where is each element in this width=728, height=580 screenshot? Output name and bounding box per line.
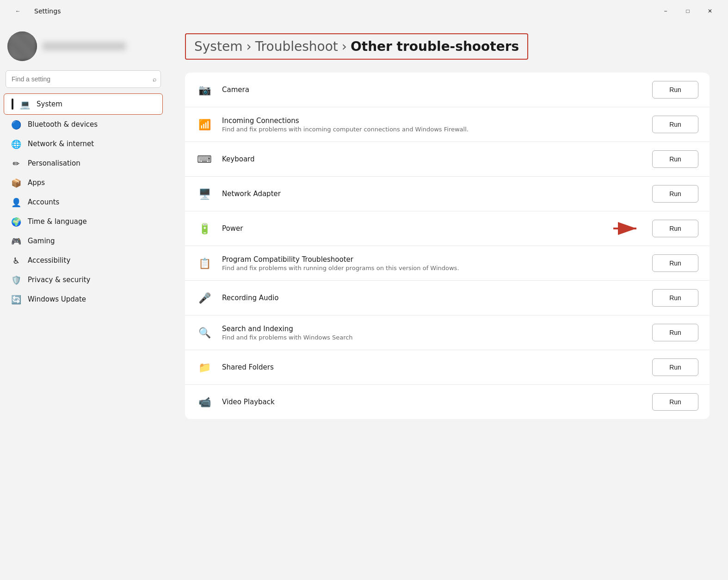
shared-folders-info: Shared Folders [222, 363, 643, 371]
sidebar-item-apps[interactable]: 📦Apps [4, 173, 163, 192]
network-adapter-run-area: Run [652, 185, 698, 203]
app-title: Settings [34, 7, 61, 15]
video-playback-icon: 📹 [196, 394, 213, 410]
sidebar-label-accessibility: Accessibility [28, 256, 70, 265]
search-box: ⌕ [6, 70, 161, 88]
power-icon: 🔋 [196, 220, 213, 237]
camera-icon: 📷 [196, 81, 213, 98]
sidebar-item-network[interactable]: 🌐Network & internet [4, 134, 163, 154]
sidebar-nav: 💻System🔵Bluetooth & devices🌐Network & in… [0, 93, 167, 309]
program-compat-run-button[interactable]: Run [652, 254, 698, 272]
sidebar-item-time[interactable]: 🌍Time & language [4, 212, 163, 231]
breadcrumb-sep-1: › [246, 39, 251, 54]
close-button[interactable]: ✕ [699, 4, 721, 19]
minimize-button[interactable]: − [655, 4, 676, 19]
recording-audio-name: Recording Audio [222, 294, 643, 302]
active-bar [12, 99, 13, 110]
program-compat-info: Program Compatibility TroubleshooterFind… [222, 255, 643, 271]
search-input[interactable] [6, 70, 161, 88]
camera-info: Camera [222, 86, 643, 94]
keyboard-name: Keyboard [222, 155, 643, 163]
breadcrumb: System › Troubleshoot › Other trouble-sh… [185, 33, 528, 60]
sidebar: ⌕ 💻System🔵Bluetooth & devices🌐Network & … [0, 22, 167, 580]
system-icon: 💻 [20, 99, 30, 109]
camera-run-button[interactable]: Run [652, 81, 698, 99]
incoming-name: Incoming Connections [222, 117, 643, 125]
back-icon: ← [15, 8, 21, 14]
time-icon: 🌍 [11, 216, 21, 227]
user-name-blurred [43, 42, 126, 50]
sidebar-label-apps: Apps [28, 179, 45, 187]
keyboard-run-button[interactable]: Run [652, 150, 698, 168]
update-icon: 🔄 [11, 294, 21, 304]
breadcrumb-troubleshoot: Troubleshoot [255, 39, 338, 54]
search-indexing-icon: 🔍 [196, 324, 213, 341]
program-compat-icon: 📋 [196, 255, 213, 271]
personalisation-icon: ✏️ [11, 158, 21, 168]
search-icon: ⌕ [153, 75, 156, 83]
sidebar-label-bluetooth: Bluetooth & devices [28, 120, 98, 129]
avatar [7, 31, 37, 61]
sidebar-label-privacy: Privacy & security [28, 276, 90, 284]
sidebar-item-gaming[interactable]: 🎮Gaming [4, 231, 163, 251]
video-playback-info: Video Playback [222, 398, 643, 406]
power-run-button[interactable]: Run [652, 220, 698, 237]
sidebar-label-accounts: Accounts [28, 198, 59, 206]
incoming-icon: 📶 [196, 116, 213, 133]
ts-item-program-compat: 📋Program Compatibility TroubleshooterFin… [185, 246, 709, 281]
sidebar-label-personalisation: Personalisation [28, 159, 80, 167]
keyboard-run-area: Run [652, 150, 698, 168]
incoming-run-area: Run [652, 116, 698, 133]
maximize-button[interactable]: □ [677, 4, 698, 19]
camera-name: Camera [222, 86, 643, 94]
program-compat-name: Program Compatibility Troubleshooter [222, 255, 643, 264]
ts-item-search-indexing: 🔍Search and IndexingFind and fix problem… [185, 315, 709, 350]
user-profile [0, 28, 167, 70]
keyboard-info: Keyboard [222, 155, 643, 163]
breadcrumb-sep-2: › [342, 39, 347, 54]
recording-audio-run-button[interactable]: Run [652, 289, 698, 307]
recording-audio-icon: 🎤 [196, 290, 213, 306]
ts-item-network-adapter: 🖥️Network AdapterRun [185, 177, 709, 211]
accounts-icon: 👤 [11, 197, 21, 207]
ts-item-incoming: 📶Incoming ConnectionsFind and fix proble… [185, 107, 709, 142]
breadcrumb-system: System [194, 39, 242, 54]
sidebar-item-bluetooth[interactable]: 🔵Bluetooth & devices [4, 115, 163, 134]
incoming-info: Incoming ConnectionsFind and fix problem… [222, 117, 643, 133]
bluetooth-icon: 🔵 [11, 119, 21, 130]
incoming-run-button[interactable]: Run [652, 116, 698, 133]
shared-folders-name: Shared Folders [222, 363, 643, 371]
shared-folders-run-button[interactable]: Run [652, 358, 698, 376]
network-adapter-run-button[interactable]: Run [652, 185, 698, 203]
sidebar-label-gaming: Gaming [28, 237, 55, 245]
ts-item-keyboard: ⌨️KeyboardRun [185, 142, 709, 177]
sidebar-item-update[interactable]: 🔄Windows Update [4, 290, 163, 309]
power-run-area: Run [613, 220, 698, 237]
network-adapter-icon: 🖥️ [196, 185, 213, 202]
sidebar-label-update: Windows Update [28, 295, 86, 303]
sidebar-item-accounts[interactable]: 👤Accounts [4, 192, 163, 212]
search-indexing-info: Search and IndexingFind and fix problems… [222, 325, 643, 341]
sidebar-item-system[interactable]: 💻System [4, 93, 163, 115]
sidebar-item-personalisation[interactable]: ✏️Personalisation [4, 154, 163, 173]
keyboard-icon: ⌨️ [196, 151, 213, 167]
search-indexing-run-button[interactable]: Run [652, 324, 698, 341]
troubleshooter-list: 📷CameraRun📶Incoming ConnectionsFind and … [185, 73, 709, 419]
accessibility-icon: ♿ [11, 255, 21, 265]
app-body: ⌕ 💻System🔵Bluetooth & devices🌐Network & … [0, 22, 728, 580]
shared-folders-icon: 📁 [196, 359, 213, 376]
power-info: Power [222, 224, 604, 233]
arrow-indicator [613, 222, 641, 235]
sidebar-item-accessibility[interactable]: ♿Accessibility [4, 251, 163, 270]
sidebar-item-privacy[interactable]: 🛡️Privacy & security [4, 270, 163, 290]
network-adapter-name: Network Adapter [222, 190, 643, 198]
sidebar-label-time: Time & language [28, 217, 87, 226]
video-playback-run-button[interactable]: Run [652, 393, 698, 411]
network-adapter-info: Network Adapter [222, 190, 643, 198]
main-content: System › Troubleshoot › Other trouble-sh… [167, 22, 728, 580]
shared-folders-run-area: Run [652, 358, 698, 376]
network-icon: 🌐 [11, 139, 21, 149]
video-playback-name: Video Playback [222, 398, 643, 406]
back-button[interactable]: ← [7, 4, 29, 19]
search-indexing-desc: Find and fix problems with Windows Searc… [222, 334, 643, 341]
